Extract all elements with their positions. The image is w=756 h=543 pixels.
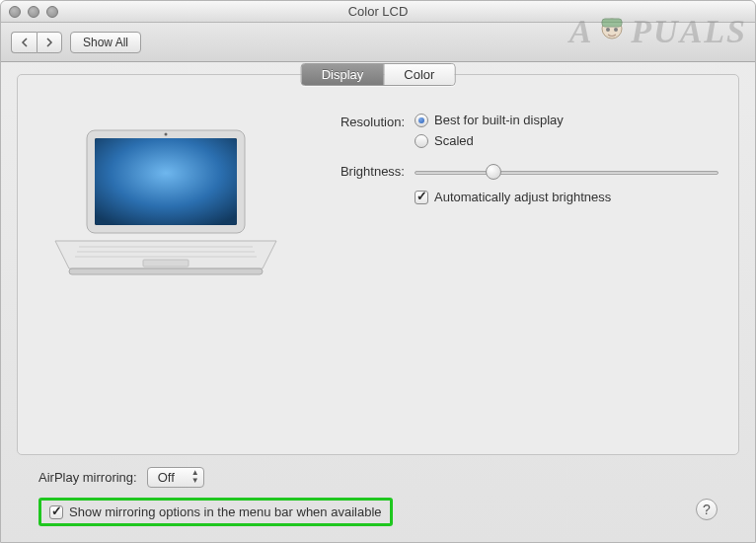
airplay-label: AirPlay mirroring: bbox=[38, 470, 137, 485]
chevron-left-icon bbox=[20, 38, 30, 47]
slider-thumb[interactable] bbox=[486, 164, 501, 180]
brightness-slider[interactable] bbox=[415, 166, 718, 180]
checkbox-icon bbox=[415, 191, 428, 204]
laptop-icon bbox=[49, 124, 282, 282]
back-button[interactable] bbox=[11, 32, 37, 53]
tab-display[interactable]: Display bbox=[302, 64, 385, 85]
svg-point-3 bbox=[614, 28, 618, 32]
tab-group: Display Color bbox=[301, 63, 456, 86]
radio-icon bbox=[415, 114, 428, 127]
zoom-window-button[interactable] bbox=[46, 6, 58, 18]
bottom-area: AirPlay mirroring: Off ▲▼ Show mirroring… bbox=[17, 455, 739, 534]
chevron-right-icon bbox=[44, 38, 54, 47]
slider-track bbox=[415, 171, 718, 175]
resolution-best-label: Best for built-in display bbox=[434, 113, 564, 127]
preferences-window: Color LCD Show All A PUALS bbox=[0, 0, 756, 543]
svg-rect-12 bbox=[143, 260, 189, 267]
resolution-best-radio[interactable]: Best for built-in display bbox=[415, 113, 564, 127]
show-all-button[interactable]: Show All bbox=[70, 32, 141, 53]
select-arrows-icon: ▲▼ bbox=[191, 469, 199, 485]
toolbar: Show All A PUALS bbox=[1, 23, 755, 62]
display-preview bbox=[38, 101, 294, 282]
window-controls bbox=[1, 6, 58, 18]
nav-group bbox=[11, 32, 62, 53]
settings-pane: Display Color bbox=[17, 74, 739, 455]
brightness-label: Brightness: bbox=[318, 162, 405, 179]
auto-brightness-label: Automatically adjust brightness bbox=[434, 190, 611, 204]
airplay-select[interactable]: Off ▲▼ bbox=[147, 467, 204, 488]
titlebar: Color LCD bbox=[1, 1, 755, 23]
help-button[interactable]: ? bbox=[696, 499, 718, 520]
svg-point-7 bbox=[165, 133, 168, 136]
resolution-scaled-label: Scaled bbox=[434, 133, 474, 148]
tab-color[interactable]: Color bbox=[384, 64, 454, 85]
window-title: Color LCD bbox=[1, 4, 755, 19]
forward-button[interactable] bbox=[37, 32, 62, 53]
show-mirroring-label: Show mirroring options in the menu bar w… bbox=[69, 504, 382, 519]
help-icon: ? bbox=[703, 502, 711, 517]
auto-brightness-checkbox[interactable]: Automatically adjust brightness bbox=[415, 190, 718, 204]
resolution-scaled-radio[interactable]: Scaled bbox=[415, 133, 564, 148]
content-area: Display Color bbox=[1, 62, 755, 542]
minimize-window-button[interactable] bbox=[28, 6, 39, 18]
checkbox-icon bbox=[49, 505, 63, 519]
svg-point-2 bbox=[606, 28, 610, 32]
settings-column: Resolution: Best for built-in display Sc… bbox=[318, 101, 718, 282]
svg-rect-6 bbox=[95, 138, 237, 225]
close-window-button[interactable] bbox=[9, 6, 21, 18]
airplay-selected-value: Off bbox=[158, 470, 175, 485]
svg-rect-8 bbox=[69, 269, 263, 274]
mirroring-highlight: Show mirroring options in the menu bar w… bbox=[38, 498, 393, 526]
resolution-label: Resolution: bbox=[318, 113, 405, 129]
radio-icon bbox=[415, 134, 428, 148]
show-mirroring-checkbox[interactable]: Show mirroring options in the menu bar w… bbox=[49, 504, 382, 519]
